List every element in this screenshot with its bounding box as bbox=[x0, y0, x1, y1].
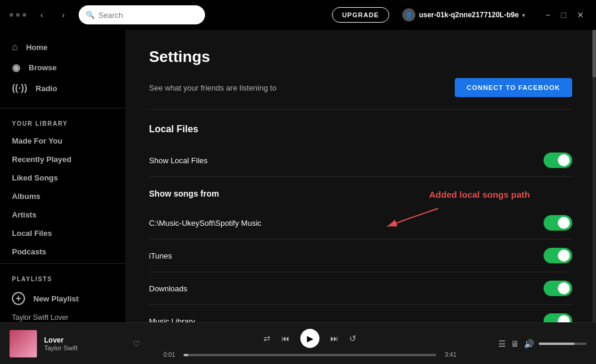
close-button[interactable]: ✕ bbox=[575, 9, 586, 21]
search-icon: 🔍 bbox=[86, 11, 95, 19]
previous-button[interactable]: ⏮ bbox=[281, 334, 290, 343]
avatar: 👤 bbox=[402, 8, 415, 21]
progress-bar[interactable] bbox=[184, 354, 436, 356]
queue-button[interactable]: ☰ bbox=[498, 339, 506, 349]
username: user-01k-q2nne2177120L-b9e bbox=[419, 11, 519, 19]
library-section-title: YOUR LIBRARY bbox=[0, 111, 125, 132]
like-button[interactable]: ♡ bbox=[133, 339, 141, 349]
sidebar-item-label: Radio bbox=[36, 84, 57, 93]
track-thumbnail bbox=[10, 330, 37, 357]
source-toggle-music-library[interactable] bbox=[544, 313, 572, 322]
sidebar-item-label: Recently Played bbox=[12, 155, 72, 164]
sidebar-item-browse[interactable]: ◉ Browse bbox=[0, 57, 125, 78]
sidebar-item-label: Local Files bbox=[12, 229, 52, 238]
play-pause-button[interactable]: ▶ bbox=[300, 329, 319, 348]
sidebar-item-artists[interactable]: Artists bbox=[0, 206, 125, 224]
sidebar-item-home[interactable]: ⌂ Home bbox=[0, 37, 125, 57]
back-button[interactable]: ‹ bbox=[33, 7, 50, 23]
repeat-button[interactable]: ↺ bbox=[349, 334, 356, 343]
sidebar-item-label: Artists bbox=[12, 210, 36, 219]
sidebar-item-label: Albums bbox=[12, 192, 41, 201]
sidebar-item-label: Made For You bbox=[12, 136, 63, 145]
maximize-button[interactable]: □ bbox=[559, 9, 569, 21]
track-artist: Taylor Swift bbox=[44, 344, 126, 351]
total-time: 3:41 bbox=[442, 351, 459, 358]
facebook-section: See what your friends are listening to C… bbox=[149, 78, 572, 110]
chevron-down-icon: ▾ bbox=[522, 12, 525, 18]
sidebar-item-label: Liked Songs bbox=[12, 173, 58, 182]
window-dots bbox=[10, 13, 26, 17]
window-controls: − □ ✕ bbox=[543, 9, 586, 21]
sidebar-item-local-files[interactable]: Local Files bbox=[0, 224, 125, 242]
sidebar: ⌂ Home ◉ Browse ((·)) Radio YOUR LIBRARY… bbox=[0, 30, 125, 322]
control-buttons: ⇄ ⏮ ▶ ⏭ ↺ bbox=[263, 329, 356, 348]
new-playlist-label: New Playlist bbox=[33, 294, 79, 303]
show-local-files-row: Show Local Files bbox=[149, 144, 572, 177]
progress-fill bbox=[184, 354, 188, 356]
volume-icon[interactable]: 🔊 bbox=[524, 339, 534, 349]
user-menu[interactable]: 👤 user-01k-q2nne2177120L-b9e ▾ bbox=[396, 6, 531, 24]
search-input[interactable] bbox=[98, 11, 198, 20]
radio-icon: ((·)) bbox=[12, 83, 27, 94]
sidebar-nav: ⌂ Home ◉ Browse ((·)) Radio bbox=[0, 30, 125, 105]
sidebar-item-albums[interactable]: Albums bbox=[0, 187, 125, 206]
player-right-controls: ☰ 🖥 🔊 bbox=[479, 339, 586, 349]
plus-circle-icon: + bbox=[12, 292, 25, 305]
volume-bar[interactable] bbox=[539, 343, 586, 345]
browse-icon: ◉ bbox=[12, 62, 20, 73]
page-title: Settings bbox=[149, 48, 572, 66]
source-row-custom-path: C:\Music-UkeySoft\Spotify Music bbox=[149, 207, 572, 239]
nav-buttons: ‹ › bbox=[33, 7, 72, 23]
player-track-info: Lover Taylor Swift ♡ bbox=[10, 330, 141, 357]
upgrade-button[interactable]: UPGRADE bbox=[332, 7, 389, 23]
volume-fill bbox=[539, 343, 575, 345]
shuffle-button[interactable]: ⇄ bbox=[263, 334, 271, 343]
sidebar-item-radio[interactable]: ((·)) Radio bbox=[0, 78, 125, 98]
minimize-button[interactable]: − bbox=[543, 9, 552, 21]
topbar: ‹ › 🔍 UPGRADE 👤 user-01k-q2nne2177120L-b… bbox=[0, 0, 596, 30]
track-info: Lover Taylor Swift bbox=[44, 336, 126, 351]
devices-button[interactable]: 🖥 bbox=[511, 339, 519, 349]
show-songs-from-label: Show songs from bbox=[149, 189, 572, 198]
source-toggle-custom[interactable] bbox=[544, 215, 572, 231]
show-songs-section: Show songs from Added local songs path C… bbox=[149, 189, 572, 322]
source-toggle-downloads[interactable] bbox=[544, 281, 572, 296]
facebook-description: See what your friends are listening to bbox=[149, 83, 277, 92]
player-controls: ⇄ ⏮ ▶ ⏭ ↺ 0:01 3:41 bbox=[141, 329, 479, 358]
next-button[interactable]: ⏭ bbox=[330, 334, 339, 343]
main-layout: ⌂ Home ◉ Browse ((·)) Radio YOUR LIBRARY… bbox=[0, 30, 596, 322]
sidebar-item-label: Home bbox=[26, 43, 48, 52]
player: Lover Taylor Swift ♡ ⇄ ⏮ ▶ ⏭ ↺ 0:01 3:41… bbox=[0, 322, 596, 364]
show-local-files-toggle[interactable] bbox=[544, 153, 572, 168]
local-files-heading: Local Files bbox=[149, 124, 572, 135]
scrollbar-track[interactable] bbox=[592, 30, 596, 322]
new-playlist-button[interactable]: + New Playlist bbox=[0, 287, 125, 310]
home-icon: ⌂ bbox=[12, 42, 18, 52]
settings-content: Settings See what your friends are liste… bbox=[125, 30, 596, 322]
sidebar-item-made-for-you[interactable]: Made For You bbox=[0, 132, 125, 150]
playlists-section-title: PLAYLISTS bbox=[0, 266, 125, 287]
progress-area: 0:01 3:41 bbox=[161, 351, 459, 358]
current-time: 0:01 bbox=[161, 351, 178, 358]
source-row-music-library: Music Library bbox=[149, 305, 572, 322]
source-label-itunes: iTunes bbox=[149, 251, 172, 260]
connect-facebook-button[interactable]: CONNECT TO FACEBOOK bbox=[455, 78, 572, 97]
source-toggle-itunes[interactable] bbox=[544, 248, 572, 263]
source-label-downloads: Downloads bbox=[149, 284, 187, 293]
sidebar-item-recently-played[interactable]: Recently Played bbox=[0, 150, 125, 169]
forward-button[interactable]: › bbox=[55, 7, 72, 23]
show-local-files-label: Show Local Files bbox=[149, 156, 207, 165]
sidebar-item-liked-songs[interactable]: Liked Songs bbox=[0, 169, 125, 187]
sidebar-item-podcasts[interactable]: Podcasts bbox=[0, 242, 125, 261]
sidebar-playlist-taylor-swift[interactable]: Taylor Swift Lover bbox=[0, 310, 125, 322]
search-bar[interactable]: 🔍 bbox=[79, 5, 205, 24]
sidebar-item-label: Browse bbox=[29, 63, 57, 72]
sidebar-item-label: Podcasts bbox=[12, 247, 46, 256]
source-row-itunes: iTunes bbox=[149, 239, 572, 272]
track-name: Lover bbox=[44, 336, 126, 344]
source-label: C:\Music-UkeySoft\Spotify Music bbox=[149, 219, 262, 228]
source-label-music-library: Music Library bbox=[149, 317, 195, 323]
scrollbar-thumb[interactable] bbox=[592, 30, 596, 77]
source-row-downloads: Downloads bbox=[149, 272, 572, 305]
